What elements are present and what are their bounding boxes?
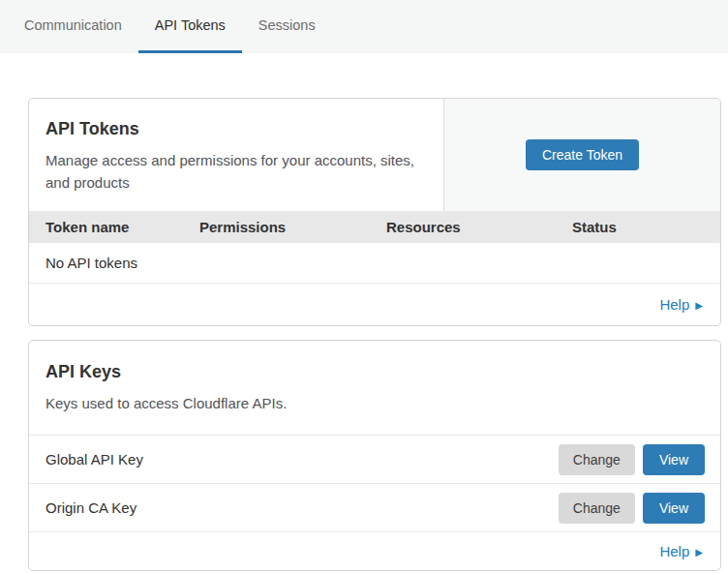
api-tokens-card-header-actions: Create Token [444,99,720,211]
api-keys-help-link[interactable]: Help ▶ [659,543,703,559]
create-token-button[interactable]: Create Token [526,139,639,170]
help-link-label: Help [659,296,689,313]
api-keys-title: API Keys [46,362,703,382]
tab-sessions[interactable]: Sessions [242,0,332,53]
api-tokens-title: API Tokens [46,119,424,139]
help-arrow-icon: ▶ [695,547,703,558]
change-global-api-key-button[interactable]: Change [559,444,635,475]
api-tokens-card: API Tokens Manage access and permissions… [28,98,721,326]
api-key-actions: Change View [559,493,705,524]
tab-communication[interactable]: Communication [8,0,138,53]
api-keys-card-header: API Keys Keys used to access Cloudflare … [29,341,720,435]
api-key-actions: Change View [559,444,705,475]
tokens-table-header: Token name Permissions Resources Status [29,211,720,243]
api-tokens-help-link[interactable]: Help ▶ [659,296,703,313]
main-content: API Tokens Manage access and permissions… [0,53,728,571]
api-tokens-card-header-text: API Tokens Manage access and permissions… [29,99,444,211]
column-header-resources: Resources [386,219,572,235]
column-header-status: Status [572,219,720,235]
api-tokens-description: Manage access and permissions for your a… [46,149,424,195]
view-global-api-key-button[interactable]: View [643,444,705,475]
tokens-empty-state: No API tokens [29,243,720,284]
api-keys-card-footer: Help ▶ [29,531,720,570]
api-keys-card: API Keys Keys used to access Cloudflare … [28,340,721,571]
column-header-permissions: Permissions [199,219,386,235]
api-key-name: Origin CA Key [46,499,559,516]
api-key-row-global: Global API Key Change View [29,435,720,483]
api-tokens-card-header: API Tokens Manage access and permissions… [29,99,720,211]
change-origin-ca-key-button[interactable]: Change [559,493,635,524]
view-origin-ca-key-button[interactable]: View [643,493,705,524]
tab-api-tokens[interactable]: API Tokens [138,0,242,53]
api-keys-description: Keys used to access Cloudflare APIs. [46,392,703,414]
help-arrow-icon: ▶ [695,300,703,311]
column-header-token-name: Token name [29,219,199,235]
profile-tabbar: Communication API Tokens Sessions [0,0,728,53]
api-key-row-origin-ca: Origin CA Key Change View [29,483,720,531]
api-key-name: Global API Key [46,451,559,467]
help-link-label: Help [659,543,689,559]
api-tokens-card-footer: Help ▶ [29,284,720,325]
